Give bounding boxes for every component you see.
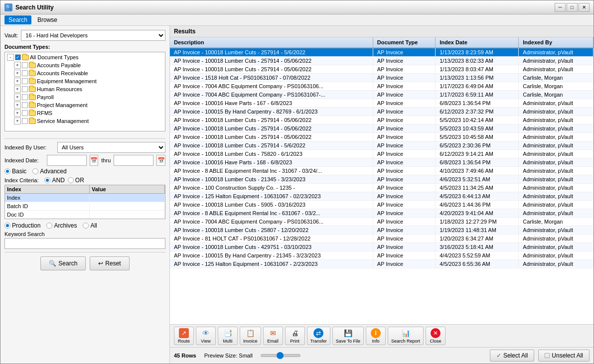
table-row[interactable]: AP Invoice - 100018 Lumber Cuts - 257914…: [170, 48, 594, 57]
vault-select[interactable]: 16 - Hard Hat Developers: [21, 30, 165, 41]
all-radio[interactable]: [83, 223, 89, 229]
checkbox-all[interactable]: ✓: [15, 54, 21, 60]
table-row[interactable]: AP Invoice - 100018 Lumber Cuts - 257914…: [170, 116, 594, 124]
expand-payroll[interactable]: +: [14, 94, 21, 101]
expand-ar[interactable]: +: [14, 70, 21, 77]
table-row[interactable]: AP Invoice - 1518 Holt Cat - PS010631067…: [170, 74, 594, 82]
indexed-by-select[interactable]: All Users: [57, 142, 165, 153]
indexed-date-to[interactable]: [114, 155, 153, 166]
checkbox-project[interactable]: [22, 102, 28, 108]
window-close-button[interactable]: ✕: [579, 3, 590, 12]
menu-browse[interactable]: Browse: [33, 15, 61, 24]
search-report-button[interactable]: 📊 Search Report: [388, 327, 424, 345]
checkbox-hr[interactable]: [22, 86, 28, 92]
checkbox-ar[interactable]: [22, 70, 28, 76]
invoice-button[interactable]: 📋 Invoice: [240, 327, 261, 345]
keyword-input[interactable]: [4, 238, 165, 249]
index-row-2[interactable]: Doc ID: [5, 211, 165, 219]
expand-rfms[interactable]: +: [14, 110, 21, 117]
or-radio[interactable]: [68, 177, 74, 183]
table-row[interactable]: AP Invoice - 100018 Lumber Cuts - 5905 -…: [170, 201, 594, 209]
table-row[interactable]: AP Invoice - 100018 Lumber Cuts - 257914…: [170, 133, 594, 141]
search-button[interactable]: 🔍 Search: [40, 256, 86, 270]
tree-item-hr[interactable]: + Human Resources: [6, 85, 164, 93]
archives-radio[interactable]: [46, 223, 52, 229]
index-row-0[interactable]: Index: [5, 194, 165, 202]
multi-button[interactable]: 📑 Multi: [218, 327, 238, 345]
checkbox-rfms[interactable]: [22, 110, 28, 116]
all-radio-label[interactable]: All: [83, 222, 97, 229]
table-row[interactable]: AP Invoice - 100015 By Hand Carpentry - …: [170, 108, 594, 116]
table-row[interactable]: AP Invoice - 7004 ABC Equipment Company …: [170, 218, 594, 226]
route-button[interactable]: ↗ Route: [174, 327, 194, 345]
save-to-file-button[interactable]: 💾 Save To File: [332, 327, 364, 345]
tree-item-project[interactable]: + Project Management: [6, 101, 164, 109]
minimize-button[interactable]: ─: [555, 3, 566, 12]
table-row[interactable]: AP Invoice - 8 ABLE Equipment Rental Inc…: [170, 209, 594, 218]
table-row[interactable]: AP Invoice - 100015 By Hand Carpentry - …: [170, 251, 594, 260]
expand-service[interactable]: +: [14, 118, 21, 124]
or-radio-label[interactable]: OR: [68, 177, 84, 184]
reset-button[interactable]: ↩ Reset: [90, 256, 129, 270]
checkbox-payroll[interactable]: [22, 94, 28, 100]
indexed-date-from[interactable]: [47, 155, 87, 166]
advanced-radio-label[interactable]: Advanced: [32, 168, 66, 175]
select-all-button[interactable]: ✓ Select All: [490, 350, 534, 362]
tree-item-equipment[interactable]: + Equipment Management: [6, 77, 164, 85]
table-row[interactable]: AP Invoice - 125 Halton Equipment - 1063…: [170, 192, 594, 201]
table-row[interactable]: AP Invoice - 8 ABLE Equipment Rental Inc…: [170, 167, 594, 175]
and-radio[interactable]: [44, 177, 50, 183]
table-row[interactable]: AP Invoice - 100016 Have Parts - 167 - 6…: [170, 99, 594, 108]
production-radio[interactable]: [4, 223, 10, 229]
unselect-all-button[interactable]: Unselect All: [538, 350, 590, 362]
expand-all[interactable]: -: [7, 54, 14, 61]
date-to-calendar[interactable]: 📅: [156, 155, 165, 166]
checkbox-ap[interactable]: [22, 62, 28, 68]
expand-eq[interactable]: +: [14, 78, 21, 85]
date-from-calendar[interactable]: 📅: [90, 155, 99, 166]
tree-item-payroll[interactable]: + Payroll: [6, 93, 164, 101]
and-radio-label[interactable]: AND: [44, 177, 64, 184]
info-button[interactable]: i Info: [366, 327, 386, 345]
results-table-container[interactable]: Description Document Type Index Date Ind…: [170, 37, 594, 324]
table-row[interactable]: AP Invoice - 100018 Lumber Cuts - 257914…: [170, 65, 594, 74]
tree-item-service[interactable]: + Service Management: [6, 117, 164, 125]
tree-item-rfms[interactable]: + RFMS: [6, 109, 164, 117]
table-row[interactable]: AP Invoice - 125 Halton Equipment - 1063…: [170, 260, 594, 268]
advanced-radio[interactable]: [32, 168, 38, 174]
checkbox-service[interactable]: [22, 118, 28, 124]
table-row[interactable]: AP Invoice - 100018 Lumber Cuts - 25807 …: [170, 226, 594, 235]
index-criteria-table[interactable]: Index Value Index Batch ID Doc ID: [4, 185, 165, 219]
table-row[interactable]: AP Invoice - 100016 Have Parts - 168 - 6…: [170, 158, 594, 167]
table-row[interactable]: AP Invoice - 100018 Lumber Cuts - 257914…: [170, 124, 594, 133]
doc-types-tree[interactable]: - ✓ All Document Types + Accounts Payabl…: [4, 52, 165, 131]
index-row-1[interactable]: Batch ID: [5, 202, 165, 211]
menu-search[interactable]: Search: [4, 15, 31, 24]
expand-ap[interactable]: +: [14, 62, 21, 69]
basic-radio-label[interactable]: Basic: [4, 168, 26, 175]
table-row[interactable]: AP Invoice - 100018 Lumber Cuts - 75820 …: [170, 150, 594, 158]
preview-slider[interactable]: [261, 354, 300, 357]
tree-item-all[interactable]: - ✓ All Document Types: [6, 53, 164, 61]
basic-radio[interactable]: [4, 168, 10, 174]
table-row[interactable]: AP Invoice - 100018 Lumber Cuts - 257914…: [170, 57, 594, 65]
tree-item-accounts-receivable[interactable]: + Accounts Receivable: [6, 69, 164, 77]
maximize-button[interactable]: □: [567, 3, 578, 12]
slider-thumb[interactable]: [277, 352, 284, 359]
view-button[interactable]: 👁 View: [196, 327, 216, 345]
archives-radio-label[interactable]: Archives: [46, 222, 77, 229]
email-button[interactable]: ✉ Email: [263, 327, 283, 345]
checkbox-eq[interactable]: [22, 78, 28, 84]
table-row[interactable]: AP Invoice - 100018 Lumber Cuts - 257914…: [170, 141, 594, 150]
close-button[interactable]: ✕ Close: [426, 327, 446, 345]
transfer-button[interactable]: ⇄ Transfer: [307, 327, 330, 345]
table-row[interactable]: AP Invoice - 81 HOLT CAT - PS010631067 -…: [170, 235, 594, 243]
table-row[interactable]: AP Invoice - 100018 Lumber Cuts - 429751…: [170, 243, 594, 251]
print-button[interactable]: 🖨 Print: [285, 327, 305, 345]
expand-hr[interactable]: +: [14, 86, 21, 93]
tree-item-accounts-payable[interactable]: + Accounts Payable: [6, 61, 164, 69]
table-row[interactable]: AP Invoice - 7004 ABC Equipment Company …: [170, 82, 594, 91]
table-row[interactable]: AP Invoice - 100 Construction Supply Co.…: [170, 184, 594, 192]
table-row[interactable]: AP Invoice - 100018 Lumber Cuts - 21345 …: [170, 175, 594, 184]
expand-project[interactable]: +: [14, 102, 21, 109]
